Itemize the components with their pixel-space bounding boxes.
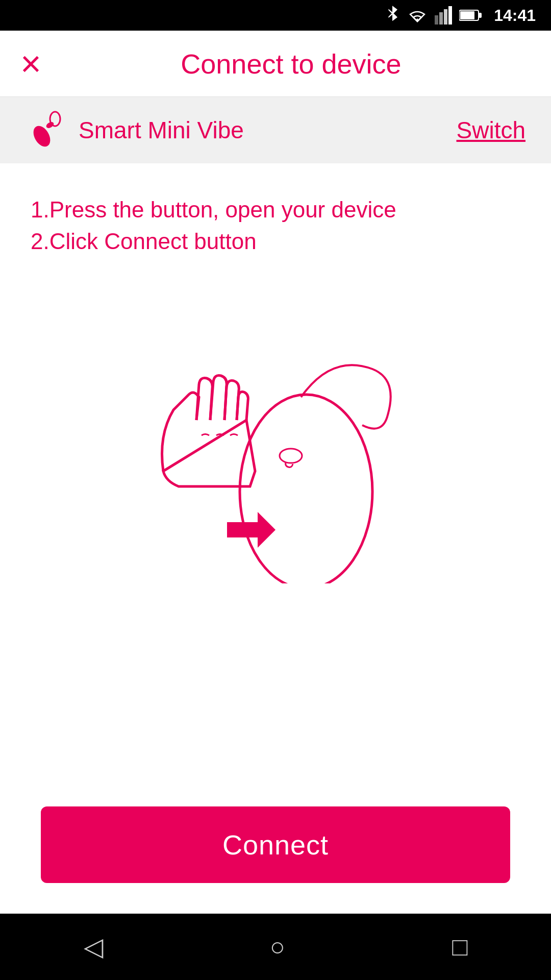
svg-rect-6 — [479, 13, 482, 18]
instruction-line-2: 2.Click Connect button — [31, 226, 520, 257]
status-time: 14:41 — [494, 6, 536, 25]
device-name: Smart Mini Vibe — [79, 116, 457, 144]
switch-button[interactable]: Switch — [457, 116, 525, 144]
device-row: Smart Mini Vibe Switch — [0, 97, 551, 163]
instruction-line-1: 1.Press the button, open your device — [31, 194, 520, 226]
svg-marker-12 — [227, 512, 276, 548]
nav-bar: ◁ ○ □ — [0, 914, 551, 980]
svg-rect-2 — [444, 9, 447, 24]
svg-rect-3 — [448, 6, 452, 24]
status-bar: 14:41 — [0, 0, 551, 31]
home-button[interactable]: ○ — [270, 932, 285, 962]
svg-rect-0 — [435, 15, 438, 24]
svg-rect-5 — [460, 11, 474, 19]
signal-icon — [435, 6, 452, 24]
bluetooth-icon — [385, 5, 400, 26]
svg-rect-1 — [439, 12, 443, 24]
wifi-icon — [407, 7, 428, 23]
instructions: 1.Press the button, open your device 2.C… — [31, 194, 520, 257]
header: × Connect to device — [0, 31, 551, 97]
page-title: Connect to device — [52, 48, 531, 80]
svg-point-10 — [240, 395, 372, 583]
battery-icon — [459, 8, 482, 22]
bottom-area: Connect — [0, 786, 551, 914]
device-illustration — [112, 277, 439, 583]
device-icon — [26, 110, 66, 151]
connect-button[interactable]: Connect — [41, 806, 510, 883]
back-button[interactable]: ◁ — [84, 932, 103, 962]
close-button[interactable]: × — [20, 46, 41, 82]
main-content: 1.Press the button, open your device 2.C… — [0, 163, 551, 786]
svg-point-11 — [280, 449, 302, 463]
status-icons: 14:41 — [385, 5, 536, 26]
recent-button[interactable]: □ — [452, 932, 467, 962]
